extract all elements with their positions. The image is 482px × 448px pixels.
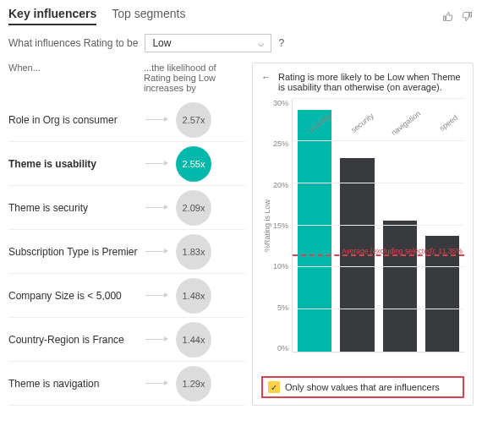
y-tick: 20% — [273, 181, 288, 189]
influencer-row[interactable]: Theme is navigation1.29x — [8, 362, 245, 406]
tab-top-segments[interactable]: Top segments — [112, 7, 185, 25]
influencer-value-bubble: 2.57x — [176, 102, 211, 138]
arrow-icon — [144, 295, 169, 296]
influencer-row[interactable]: Subscription Type is Premier1.83x — [8, 230, 245, 274]
average-label: Average (excluding selected): 11.35% — [342, 247, 463, 255]
help-icon[interactable]: ? — [278, 37, 284, 49]
only-influencers-row: ✓ Only show values that are influencers — [261, 376, 464, 398]
column-header-likelihood: ...the likelihood of Rating being Low in… — [144, 63, 245, 93]
influencer-label: Country-Region is France — [8, 334, 144, 346]
influencer-label: Role in Org is consumer — [8, 114, 144, 126]
y-tick: 5% — [273, 303, 288, 312]
y-tick: 25% — [273, 139, 288, 148]
tab-key-influencers[interactable]: Key influencers — [8, 7, 96, 25]
arrow-icon — [144, 251, 169, 252]
chart-bar[interactable] — [298, 110, 331, 352]
influencer-value-bubble: 1.48x — [176, 278, 211, 314]
thumbs-up-icon[interactable] — [441, 10, 454, 23]
only-influencers-label: Only show values that are influencers — [285, 382, 440, 392]
influencer-label: Subscription Type is Premier — [8, 246, 144, 258]
influencer-row[interactable]: Country-Region is France1.44x — [8, 318, 245, 362]
influencer-value-bubble: 1.29x — [176, 366, 211, 402]
only-influencers-checkbox[interactable]: ✓ — [268, 381, 280, 393]
influencer-label: Theme is security — [8, 202, 144, 214]
arrow-icon — [144, 163, 169, 164]
thumbs-down-icon[interactable] — [461, 10, 474, 23]
rating-dropdown[interactable]: Low ⌵ — [145, 34, 271, 52]
influencer-value-bubble: 2.09x — [176, 190, 211, 226]
arrow-icon — [144, 339, 169, 340]
influencer-row[interactable]: Role in Org is consumer2.57x — [8, 98, 245, 142]
chart-bar[interactable] — [383, 221, 417, 352]
arrow-icon — [144, 207, 169, 208]
back-arrow-icon[interactable]: ← — [261, 72, 273, 92]
filter-prefix: What influences Rating to be — [8, 37, 138, 49]
dropdown-selected: Low — [152, 37, 171, 49]
chevron-down-icon: ⌵ — [258, 37, 264, 49]
influencer-row[interactable]: Theme is usability2.55x — [8, 142, 245, 186]
average-line: Average (excluding selected): 11.35% — [293, 254, 464, 256]
influencer-label: Company Size is < 5,000 — [8, 290, 144, 302]
influencer-row[interactable]: Theme is security2.09x — [8, 186, 245, 230]
y-tick: 10% — [273, 262, 288, 270]
influencer-row[interactable]: Company Size is < 5,0001.48x — [8, 274, 245, 318]
arrow-icon — [144, 383, 169, 384]
detail-title: Rating is more likely to be Low when The… — [278, 72, 464, 92]
y-axis-label: %Rating is Low — [261, 99, 271, 352]
influencer-value-bubble: 2.55x — [176, 146, 211, 182]
y-tick: 0% — [273, 344, 288, 352]
influencer-label: Theme is usability — [8, 158, 144, 170]
column-header-when: When... — [8, 63, 144, 93]
y-tick: 30% — [273, 99, 288, 107]
influencer-value-bubble: 1.44x — [176, 322, 211, 358]
influencer-value-bubble: 1.83x — [176, 234, 211, 270]
arrow-icon — [144, 119, 169, 120]
influencer-label: Theme is navigation — [8, 378, 144, 390]
y-tick: 15% — [273, 221, 288, 230]
